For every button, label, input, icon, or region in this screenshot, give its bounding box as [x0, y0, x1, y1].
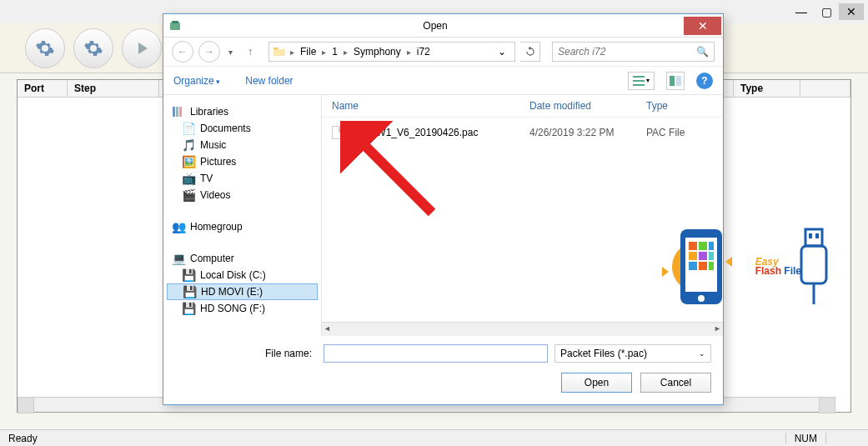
col-type[interactable]: Type [734, 80, 800, 97]
drive-icon: 💾 [182, 302, 195, 315]
col-step[interactable]: Step [68, 80, 159, 97]
nav-up-button[interactable]: ↑ [241, 43, 259, 61]
list-icon [633, 76, 645, 86]
chevron-down-icon: ⌄ [699, 349, 705, 358]
tree-label: Computer [190, 253, 234, 264]
search-box[interactable]: 🔍 [552, 42, 715, 62]
filename-label: File name: [175, 348, 317, 359]
music-icon: 🎵 [182, 138, 195, 152]
preview-button[interactable] [666, 72, 685, 90]
chevron-right-icon: ▸ [288, 48, 297, 57]
breadcrumb[interactable]: ▸ File ▸ 1 ▸ Symphony ▸ i72 ⌄ [268, 42, 515, 62]
tree-label: Local Disk (C:) [200, 269, 266, 281]
file-headers: Name Date modified Type [322, 95, 723, 118]
help-button[interactable]: ? [696, 73, 713, 89]
tree-libraries[interactable]: Libraries [167, 103, 318, 120]
tv-icon: 📺 [182, 172, 195, 185]
organize-button[interactable]: Organize [173, 75, 220, 87]
tree-label: Pictures [200, 156, 236, 168]
svg-rect-1 [172, 21, 178, 23]
breadcrumb-dropdown[interactable]: ⌄ [493, 46, 511, 58]
header-date[interactable]: Date modified [529, 100, 646, 112]
play-icon [132, 38, 152, 58]
tree-label: HD MOVI (E:) [201, 286, 263, 298]
tree-pictures[interactable]: 🖼️Pictures [167, 153, 318, 170]
file-type: PAC File [646, 127, 713, 138]
search-icon: 🔍 [696, 46, 709, 58]
tree-tv[interactable]: 📺TV [167, 170, 318, 187]
tree-hd-song[interactable]: 💾HD SONG (F:) [167, 300, 318, 317]
tree-pane[interactable]: Libraries 📄Documents 🎵Music 🖼️Pictures 📺… [163, 95, 322, 336]
app-icon [168, 19, 182, 33]
nav-forward-button[interactable]: → [198, 41, 220, 63]
nav-history-dropdown[interactable]: ▾ [225, 48, 236, 57]
open-button[interactable]: Open [561, 373, 632, 393]
tree-documents[interactable]: 📄Documents [167, 120, 318, 137]
tree-hd-movi[interactable]: 💾HD MOVI (E:) [167, 283, 318, 300]
header-name[interactable]: Name [332, 100, 529, 112]
dialog-footer: File name: Packet Files (*.pac) ⌄ Open C… [163, 336, 723, 404]
dialog-toolbar: Organize New folder ▾ ? [163, 67, 723, 95]
new-folder-button[interactable]: New folder [245, 75, 293, 87]
chevron-right-icon: ▸ [404, 48, 414, 57]
tree-label: Libraries [190, 106, 228, 118]
file-scrollbar[interactable] [322, 322, 723, 336]
breadcrumb-item[interactable]: i72 [415, 46, 432, 58]
video-icon: 🎬 [182, 188, 195, 202]
tree-music[interactable]: 🎵Music [167, 137, 318, 153]
dialog-close-button[interactable]: ✕ [684, 17, 721, 35]
pictures-icon: 🖼️ [182, 155, 195, 168]
cancel-button[interactable]: Cancel [640, 373, 711, 393]
svg-rect-3 [633, 80, 645, 82]
tree-label: Documents [200, 123, 251, 134]
drive-icon: 💾 [183, 285, 196, 298]
drive-icon: 💾 [182, 268, 195, 282]
dialog-icon [163, 19, 187, 33]
file-date: 4/26/2019 3:22 PM [529, 127, 646, 138]
dialog-titlebar: Open ✕ [163, 14, 723, 38]
file-row[interactable]: i72_HW1_V6_20190426.pac 4/26/2019 3:22 P… [332, 124, 713, 141]
col-last [800, 80, 850, 97]
tree-homegroup[interactable]: 👥 Homegroup [167, 218, 318, 235]
filename-row: File name: Packet Files (*.pac) ⌄ [175, 344, 711, 363]
file-icon [332, 126, 345, 139]
libraries-icon [172, 105, 185, 118]
homegroup-icon: 👥 [172, 220, 185, 233]
minimize-button[interactable]: — [789, 3, 814, 20]
tree-local-disk[interactable]: 💾Local Disk (C:) [167, 267, 318, 283]
svg-rect-9 [179, 107, 182, 117]
status-ready: Ready [8, 433, 38, 444]
tree-label: Videos [200, 189, 230, 201]
file-list[interactable]: i72_HW1_V6_20190426.pac 4/26/2019 3:22 P… [322, 118, 723, 148]
settings-button-2[interactable] [73, 28, 113, 68]
col-port[interactable]: Port [18, 80, 68, 97]
breadcrumb-item[interactable]: Symphony [352, 46, 403, 58]
status-bar: Ready NUM [0, 429, 868, 446]
nav-back-button[interactable]: ← [172, 41, 193, 63]
settings-button-1[interactable] [25, 28, 65, 68]
tree-computer[interactable]: 💻 Computer [167, 250, 318, 267]
close-button[interactable]: ✕ [839, 3, 864, 20]
refresh-button[interactable] [520, 42, 540, 62]
filename-input[interactable] [324, 344, 548, 363]
view-button[interactable]: ▾ [628, 72, 655, 90]
search-input[interactable] [558, 46, 696, 58]
maximize-button[interactable]: ▢ [814, 3, 839, 20]
svg-rect-8 [176, 107, 178, 117]
header-type[interactable]: Type [646, 100, 713, 112]
folder-icon [273, 45, 286, 58]
tree-label: TV [200, 173, 213, 184]
dialog-nav: ← → ▾ ↑ ▸ File ▸ 1 ▸ Symphony ▸ i72 ⌄ 🔍 [163, 38, 723, 67]
open-dialog: Open ✕ ← → ▾ ↑ ▸ File ▸ 1 ▸ Symphony ▸ i… [163, 13, 724, 405]
file-name: i72_HW1_V6_20190426.pac [350, 127, 478, 138]
svg-rect-5 [670, 76, 675, 86]
gear-icon [83, 38, 103, 58]
tree-videos[interactable]: 🎬Videos [167, 187, 318, 203]
file-pane: Name Date modified Type i72_HW1_V6_20190… [322, 95, 723, 336]
filetype-label: Packet Files (*.pac) [560, 348, 647, 359]
gear-icon [35, 38, 55, 58]
play-button[interactable] [122, 28, 162, 68]
filetype-select[interactable]: Packet Files (*.pac) ⌄ [554, 344, 711, 363]
breadcrumb-item[interactable]: 1 [330, 46, 339, 58]
breadcrumb-item[interactable]: File [299, 46, 318, 58]
